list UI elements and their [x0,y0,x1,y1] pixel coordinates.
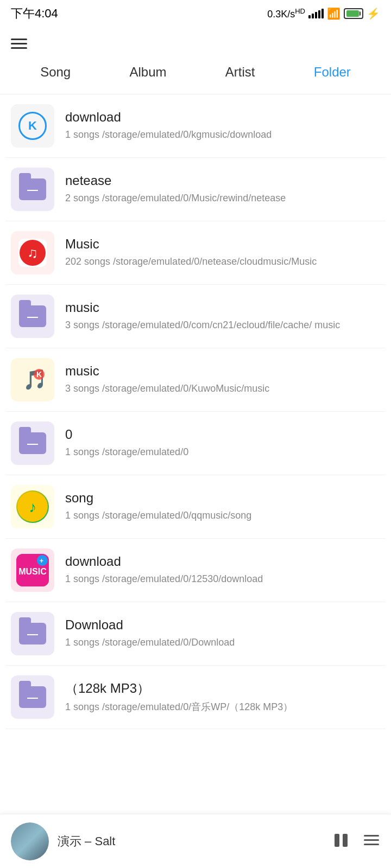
folder-name: song [65,490,380,506]
svg-text:K: K [36,370,42,379]
folder-name: download [65,110,380,125]
svg-rect-14 [364,835,379,837]
folder-icon-kuwo: 🎵 K [11,358,54,401]
list-item[interactable]: + MUSIC download 1 songs /storage/emulat… [5,539,386,602]
folder-name: music [65,363,380,379]
folder-icon-generic [11,168,54,211]
menu-button[interactable] [0,27,391,56]
now-playing-bar: 演示 – Salt [0,814,391,868]
signal-icon [308,9,324,18]
folder-name: download [65,554,380,569]
folder-icon-root [11,422,54,465]
status-icons: 0.3K/sHD 📶 ⚡ [267,7,380,20]
wifi-icon: 📶 [327,7,340,20]
folder-meta: 202 songs /storage/emulated/0/netease/cl… [65,255,380,269]
svg-text:MUSIC: MUSIC [18,567,47,576]
netease-cloud-svg: ♫ [18,239,47,267]
list-item[interactable]: （128k MP3） 1 songs /storage/emulated/0/音… [5,666,386,729]
tab-album[interactable]: Album [124,61,172,83]
battery-icon [344,8,363,19]
list-item[interactable]: Download 1 songs /storage/emulated/0/Dow… [5,602,386,666]
tab-artist[interactable]: Artist [220,61,261,83]
folder-name: Download [65,617,380,633]
pause-button[interactable] [332,832,350,851]
folder-meta: 3 songs /storage/emulated/0/KuwoMusic/mu… [65,382,380,395]
folder-name: 0 [65,427,380,442]
folder-icon [19,432,46,454]
list-item[interactable]: music 3 songs /storage/emulated/0/com/cn… [5,285,386,348]
status-bar: 下午4:04 0.3K/sHD 📶 ⚡ [0,0,391,27]
list-item[interactable]: ♪ song 1 songs /storage/emulated/0/qqmus… [5,475,386,539]
speed-indicator: 0.3K/sHD [267,7,305,20]
avatar[interactable] [11,822,49,860]
folder-icon [19,305,46,327]
charging-icon: ⚡ [367,7,380,20]
list-item[interactable]: 0 1 songs /storage/emulated/0 [5,412,386,475]
folder-icon-128k [11,675,54,719]
folder-list: K download 1 songs /storage/emulated/0/k… [0,94,391,729]
folder-name: netease [65,173,380,188]
playback-controls [332,832,380,851]
folder-icon-ecloud [11,295,54,338]
folder-meta: 2 songs /storage/emulated/0/Music/rewind… [65,192,380,205]
folder-meta: 1 songs /storage/emulated/0/kgmusic/down… [65,128,380,142]
svg-text:♪: ♪ [29,499,36,515]
folder-meta: 1 songs /storage/emulated/0/音乐WP/（128k M… [65,700,380,714]
folder-name: （128k MP3） [65,680,380,697]
folder-meta: 1 songs /storage/emulated/0/qqmusic/song [65,509,380,522]
svg-rect-13 [343,834,348,847]
now-playing-title: 演示 – Salt [58,833,332,850]
list-item[interactable]: netease 2 songs /storage/emulated/0/Musi… [5,158,386,221]
svg-rect-15 [364,839,379,841]
svg-rect-16 [364,844,379,845]
tab-folder[interactable]: Folder [308,61,356,83]
folder-icon [19,623,46,644]
folder-meta: 1 songs /storage/emulated/0 [65,445,380,459]
folder-meta: 3 songs /storage/emulated/0/com/cn21/ecl… [65,318,380,332]
list-item[interactable]: 🎵 K music 3 songs /storage/emulated/0/Ku… [5,348,386,412]
folder-meta: 1 songs /storage/emulated/0/12530/downlo… [65,572,380,586]
folder-icon-download [11,612,54,655]
svg-text:+: + [40,557,43,565]
qq-music-svg: ♪ [17,492,48,522]
huami-svg: + MUSIC [16,554,49,586]
folder-icon-kg: K [11,104,54,148]
status-time: 下午4:04 [11,5,58,22]
kuwo-svg: 🎵 K [17,365,48,395]
svg-rect-12 [335,834,339,847]
folder-icon-huami: + MUSIC [11,548,54,592]
tab-bar: Song Album Artist Folder [0,56,391,94]
folder-name: Music [65,237,380,252]
folder-name: music [65,300,380,315]
folder-meta: 1 songs /storage/emulated/0/Download [65,636,380,649]
list-item[interactable]: K download 1 songs /storage/emulated/0/k… [5,94,386,158]
folder-icon-netease-cloud: ♫ [11,231,54,275]
folder-icon [19,178,46,200]
folder-icon-qq: ♪ [11,485,54,528]
playlist-button[interactable] [363,832,380,851]
folder-icon [19,686,46,708]
tab-song[interactable]: Song [35,61,76,83]
list-item[interactable]: ♫ Music 202 songs /storage/emulated/0/ne… [5,221,386,285]
svg-text:♫: ♫ [27,245,38,261]
avatar-image [11,822,49,860]
